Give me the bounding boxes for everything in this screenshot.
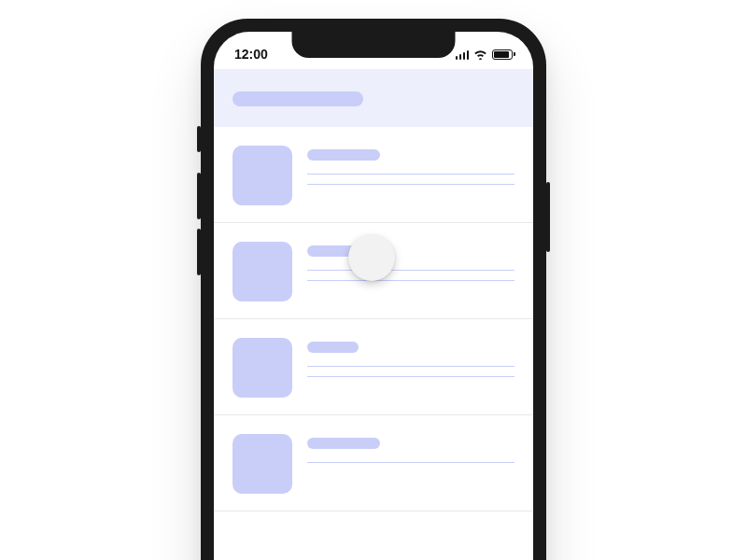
title-skeleton [307, 342, 359, 353]
header-title-skeleton [233, 91, 363, 106]
thumbnail-skeleton [233, 338, 292, 398]
thumbnail-skeleton [233, 434, 292, 494]
list-item[interactable] [214, 415, 533, 511]
text-line-skeleton [307, 366, 514, 367]
cellular-signal-icon [456, 49, 470, 60]
volume-down-button [197, 229, 201, 275]
text-line-skeleton [307, 184, 514, 185]
thumbnail-skeleton [233, 146, 292, 205]
item-content [307, 338, 514, 398]
item-content [307, 434, 514, 494]
touch-indicator[interactable] [348, 234, 395, 281]
title-skeleton [307, 149, 380, 161]
battery-icon [492, 49, 513, 60]
phone-frame: 12:00 [201, 19, 546, 560]
title-skeleton [307, 438, 380, 449]
text-line-skeleton [307, 462, 514, 463]
text-line-skeleton [307, 280, 514, 281]
power-button [546, 182, 550, 252]
header [214, 69, 533, 127]
text-line-skeleton [307, 174, 514, 175]
notch [292, 32, 456, 58]
thumbnail-skeleton [233, 242, 292, 301]
status-time: 12:00 [234, 47, 268, 62]
wifi-icon [473, 49, 487, 60]
text-line-skeleton [307, 376, 514, 377]
status-right [456, 49, 514, 60]
list-item[interactable] [214, 127, 533, 223]
item-content [307, 242, 514, 301]
list-item[interactable] [214, 319, 533, 415]
item-content [307, 146, 514, 205]
text-line-skeleton [307, 270, 514, 271]
screen[interactable]: 12:00 [214, 32, 533, 560]
mute-switch [197, 126, 201, 152]
list[interactable] [214, 127, 533, 511]
volume-up-button [197, 173, 201, 219]
